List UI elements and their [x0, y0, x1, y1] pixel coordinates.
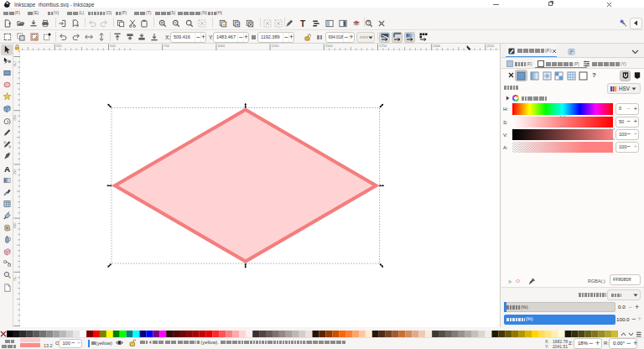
svg-text:2250: 2250: [486, 44, 495, 48]
svg-text:1750: 1750: [379, 44, 387, 48]
svg-text:1250: 1250: [272, 44, 280, 48]
svg-text:250: 250: [56, 44, 62, 48]
svg-text:1000: 1000: [13, 222, 16, 228]
svg-text:1250: 1250: [13, 169, 16, 174]
svg-text:750: 750: [164, 44, 169, 48]
svg-text:T: T: [300, 19, 305, 28]
svg-text:1500: 1500: [13, 115, 16, 121]
svg-text:500: 500: [110, 44, 116, 48]
svg-text:1000: 1000: [217, 44, 226, 48]
svg-text:A: A: [3, 164, 9, 173]
svg-text:1750: 1750: [13, 61, 16, 67]
svg-text:?: ?: [367, 20, 370, 25]
svg-text:1500: 1500: [325, 44, 334, 48]
svg-text:2000: 2000: [433, 44, 441, 48]
svg-text:750: 750: [13, 276, 16, 280]
